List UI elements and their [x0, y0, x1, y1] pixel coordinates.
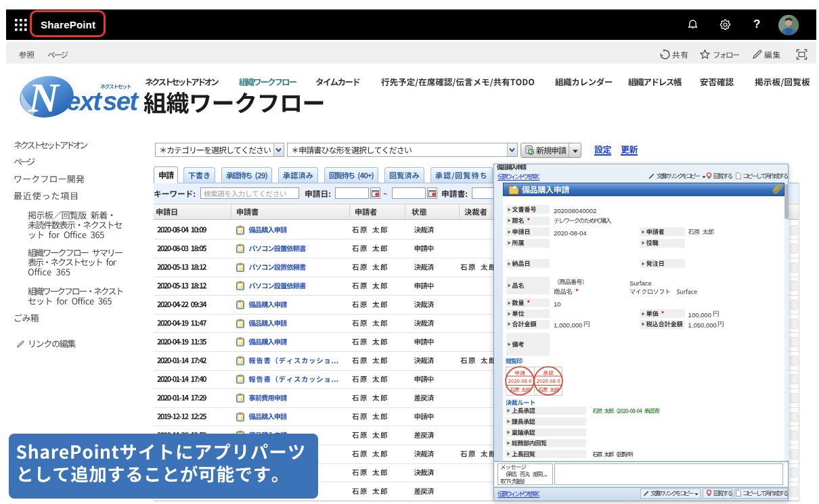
svg-text:ext: ext	[66, 87, 102, 116]
svg-text:N: N	[28, 74, 60, 120]
svg-text:set: set	[103, 87, 139, 116]
